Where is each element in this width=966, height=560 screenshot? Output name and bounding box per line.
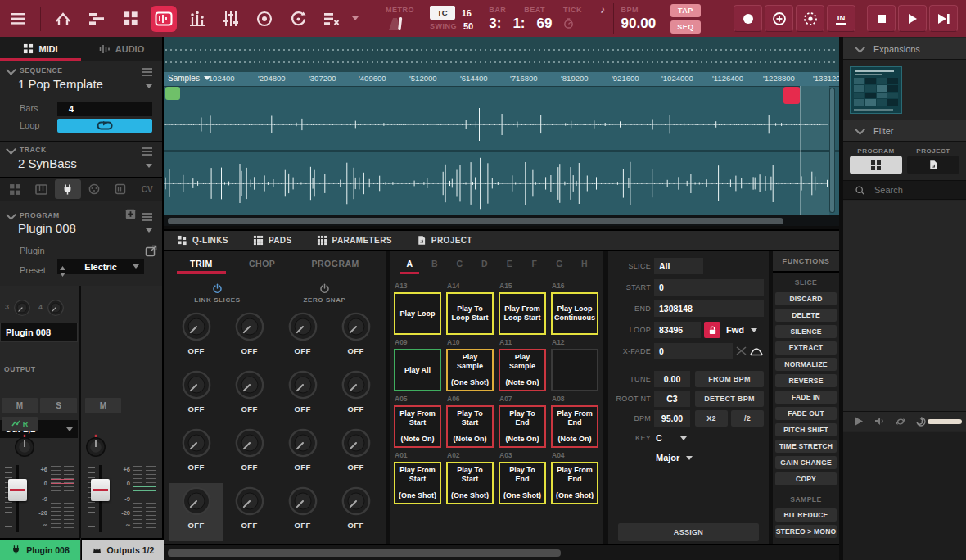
track-name[interactable]: 2 SynBass (18, 156, 77, 170)
waveform-horizontal-scrollbar[interactable] (164, 215, 839, 227)
bottom-tab-plugin[interactable]: Plugin 008 (0, 538, 80, 560)
bank-a[interactable]: A (397, 259, 422, 269)
pad-a01[interactable]: Play From Start(One Shot) (394, 462, 441, 504)
xfade-field[interactable]: 0 (654, 343, 733, 359)
end-field[interactable]: 1308148 (654, 300, 764, 317)
sequence-collapse-chevron[interactable] (6, 65, 16, 75)
pad-a08[interactable]: Play From End(Note On) (551, 405, 598, 448)
plugin-editor-open-icon[interactable] (145, 245, 157, 257)
preset-stepper[interactable] (59, 265, 66, 278)
tick-value[interactable]: 69 (537, 16, 553, 32)
play-start-button[interactable] (929, 5, 958, 32)
ruler-unit-dropdown[interactable]: Samples (168, 74, 210, 83)
bottom-tab-outputs[interactable]: Outputs 1/2 (81, 538, 164, 560)
detect-bpm-button[interactable]: DETECT BPM (695, 391, 764, 407)
sample-waveform-area[interactable]: Samples '102400 '204800 '307200 '409600 … (164, 37, 839, 229)
loop-toggle[interactable] (57, 119, 152, 133)
filter-program-button[interactable] (850, 156, 902, 174)
preview-play-icon[interactable] (855, 417, 864, 426)
filter-project-button[interactable] (907, 156, 959, 174)
tab-midi[interactable]: MIDI (0, 37, 81, 61)
expansion-thumbnail[interactable] (850, 66, 902, 114)
stereo-to-mono-button[interactable]: STEREO > MONO (775, 525, 837, 538)
track-type-drum-icon[interactable] (2, 179, 28, 199)
bank-e[interactable]: E (497, 259, 522, 269)
pad-a11[interactable]: Play Sample(Note On) (499, 349, 546, 391)
tune-field[interactable]: 0.00 (654, 371, 690, 387)
delete-button[interactable]: DELETE (775, 309, 837, 322)
qlink-knob-10[interactable]: OFF (223, 425, 276, 483)
bars-field[interactable]: 4 (57, 102, 152, 116)
tab-pads[interactable]: PADS (253, 235, 292, 246)
sequence-caret-icon[interactable] (146, 84, 152, 88)
pad-view-button[interactable] (117, 6, 143, 32)
pad-a15[interactable]: Play From Loop Start (499, 292, 546, 335)
normalize-button[interactable]: NORMALIZE (775, 358, 837, 371)
xfade-linear-icon[interactable] (736, 345, 747, 356)
fade-out-button[interactable]: FADE OUT (775, 407, 837, 420)
pad-a13[interactable]: Play Loop (394, 292, 441, 335)
qlink-knob-3[interactable]: OFF (276, 309, 329, 367)
qlink-knob-14[interactable]: OFF (223, 483, 276, 541)
qlink-knob-1[interactable]: OFF (169, 309, 223, 367)
seq-tempo-button[interactable]: SEQ (670, 20, 701, 34)
menu-button[interactable] (5, 6, 31, 32)
mixer-program-name[interactable]: Plugin 008 (0, 323, 78, 342)
automation-read-button[interactable]: R (2, 417, 38, 431)
sample-bpm-field[interactable]: 95.00 (654, 410, 690, 427)
qlink-knob-4[interactable]: OFF (329, 309, 382, 367)
track-type-clip-icon[interactable] (107, 179, 133, 199)
tap-tempo-button[interactable]: TAP (670, 4, 701, 17)
solo-button[interactable]: S (40, 398, 77, 413)
note-value-icon[interactable]: ♪ (600, 6, 606, 14)
sample-start-handle[interactable] (165, 87, 180, 100)
overdub-button[interactable] (765, 5, 793, 32)
qlink-knob-8[interactable]: OFF (329, 367, 382, 425)
tab-project[interactable]: PROJECT (417, 235, 472, 246)
mode-list-caret[interactable] (352, 16, 359, 20)
tab-q-links[interactable]: Q-LINKS (177, 235, 228, 246)
gain-change-button[interactable]: GAIN CHANGE (775, 456, 837, 469)
preview-volume-icon[interactable] (874, 417, 885, 426)
link-slices-power-icon[interactable] (212, 283, 223, 294)
pad-a07[interactable]: Play To End(Note On) (499, 405, 546, 448)
waveform-lanes[interactable] (164, 86, 839, 215)
reverse-button[interactable]: REVERSE (775, 374, 837, 387)
program-menu-icon[interactable] (142, 216, 152, 218)
bpm-x2-button[interactable]: X2 (695, 410, 728, 427)
fade-in-button[interactable]: FADE IN (775, 391, 837, 404)
pad-a02[interactable]: Play To Start(One Shot) (446, 462, 494, 504)
pad-a12[interactable] (551, 349, 598, 391)
qlink-knob-15[interactable]: OFF (276, 483, 329, 541)
qlink-knob-9[interactable]: OFF (169, 425, 223, 483)
program-knob3[interactable] (13, 299, 31, 317)
pad-a10[interactable]: Play Sample(One Shot) (446, 349, 494, 391)
search-box[interactable] (843, 180, 966, 200)
loop-lock-button[interactable] (704, 322, 720, 338)
pad-a14[interactable]: Play To Loop Start (446, 292, 494, 335)
track-mute-button[interactable] (318, 6, 345, 32)
bank-h[interactable]: H (572, 259, 598, 269)
mute-button[interactable]: M (2, 398, 38, 413)
tab-parameters[interactable]: PARAMETERS (317, 235, 392, 246)
channel-mixer-button[interactable] (218, 6, 244, 32)
master-volume-fader[interactable] (91, 479, 110, 501)
preview-volume-slider[interactable] (928, 419, 962, 424)
sampler-record-button[interactable] (251, 6, 278, 32)
qlink-knob-6[interactable]: OFF (223, 367, 276, 425)
editor-horizontal-scrollbar[interactable] (164, 544, 839, 560)
loop-mode-dropdown[interactable]: Fwd (726, 322, 764, 338)
qlink-knob-7[interactable]: OFF (276, 367, 329, 425)
bpm-value[interactable]: 90.00 (621, 16, 657, 32)
metronome-icon[interactable] (386, 16, 407, 32)
slice-select-field[interactable]: All (654, 258, 703, 274)
search-input[interactable] (873, 184, 950, 196)
program-add-icon[interactable] (125, 209, 136, 219)
pitch-shift-button[interactable]: PITCH SHIFT (775, 423, 837, 436)
sample-end-handle[interactable] (783, 87, 800, 104)
bit-reduce-button[interactable]: BIT REDUCE (775, 508, 837, 522)
record-in-button[interactable]: IN (827, 5, 855, 32)
swing-value[interactable]: 50 (463, 21, 473, 31)
program-collapse-chevron[interactable] (6, 210, 16, 220)
qlink-tab-trim[interactable]: TRIM (190, 259, 213, 269)
